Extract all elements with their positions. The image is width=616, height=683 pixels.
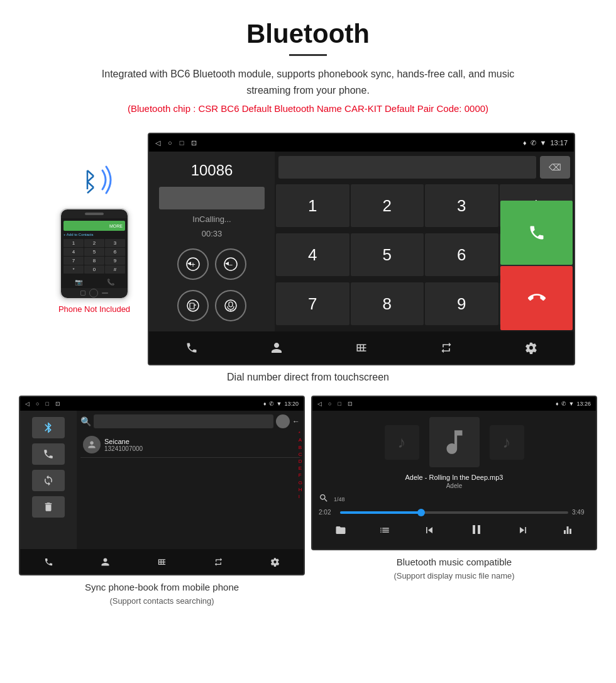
pb-delete-btn[interactable] bbox=[32, 496, 65, 518]
key-1[interactable]: 1 bbox=[276, 184, 349, 227]
status-right-icons: ♦ ✆ ▼ 13:17 bbox=[523, 139, 568, 147]
music-progress-fill bbox=[340, 511, 420, 514]
svg-line-2 bbox=[87, 176, 94, 182]
music-screenshot-block: ◁ ○ □ ⊡ ♦ ✆ ▼ 13:26 ♪ bbox=[311, 396, 597, 607]
dial-top-row: ⌫ bbox=[275, 152, 574, 183]
phonebook-caption: Sync phone-book from mobile phone (Suppo… bbox=[85, 580, 239, 607]
page-header: Bluetooth Integrated with BC6 Bluetooth … bbox=[0, 0, 616, 133]
alpha-a[interactable]: A bbox=[299, 436, 302, 443]
music-caption-sub: (Support display music file name) bbox=[393, 570, 514, 582]
alpha-h[interactable]: H bbox=[299, 486, 302, 493]
pb-phone-icon: ✆ bbox=[269, 401, 274, 407]
key-9[interactable]: 9 bbox=[425, 282, 498, 325]
phone-green-bar: MORE bbox=[63, 221, 125, 231]
phonebook-status-left: ◁ ○ □ ⊡ bbox=[25, 401, 60, 407]
music-track-artist: Adele bbox=[405, 482, 503, 489]
phonebook-caption-sub: (Support contacts searching) bbox=[85, 595, 239, 608]
music-eq-btn[interactable] bbox=[562, 525, 573, 539]
clock-display: 13:17 bbox=[550, 139, 568, 147]
phonebook-sidebar bbox=[20, 411, 77, 549]
key-4[interactable]: 4 bbox=[276, 233, 349, 276]
music-folder-btn[interactable] bbox=[335, 525, 346, 539]
alpha-g[interactable]: G bbox=[299, 479, 302, 486]
phonebook-status-bar: ◁ ○ □ ⊡ ♦ ✆ ▼ 13:20 bbox=[20, 397, 304, 411]
title-underline bbox=[289, 54, 327, 56]
pb-bottom-contacts[interactable] bbox=[96, 552, 114, 571]
bottom-settings-icon[interactable] bbox=[519, 335, 544, 360]
alpha-f[interactable]: F bbox=[299, 472, 302, 479]
end-call-button[interactable] bbox=[500, 266, 573, 330]
dial-bottom-bar bbox=[149, 331, 574, 364]
svg-line-1 bbox=[87, 170, 94, 176]
pb-bottom-dialpad[interactable] bbox=[152, 552, 171, 571]
svg-text:◄: ◄ bbox=[224, 260, 230, 267]
pb-bluetooth-btn[interactable] bbox=[32, 417, 65, 438]
phone-home-bar bbox=[61, 288, 128, 298]
music-album-row: ♪ ♪ bbox=[385, 417, 524, 467]
music-caption-main: Bluetooth music compatible bbox=[393, 555, 514, 570]
mu-time: 13:26 bbox=[576, 401, 591, 407]
pb-bottom-transfer[interactable] bbox=[209, 552, 228, 571]
key-5[interactable]: 5 bbox=[351, 233, 424, 276]
call-button[interactable] bbox=[500, 201, 573, 265]
pb-phone-btn[interactable] bbox=[32, 443, 65, 465]
mu-back-icon: ◁ bbox=[317, 401, 322, 407]
dial-content: 10086 InCalling... 00:33 + ◄ bbox=[149, 152, 574, 331]
pb-sync-btn[interactable] bbox=[32, 470, 65, 491]
dial-controls-2 bbox=[177, 290, 246, 321]
key-3[interactable]: 3 bbox=[425, 184, 498, 227]
alpha-d[interactable]: D bbox=[299, 458, 302, 465]
alpha-b[interactable]: B bbox=[299, 444, 302, 451]
music-position: 1/48 bbox=[334, 496, 345, 503]
alpha-c[interactable]: C bbox=[299, 451, 302, 458]
music-progress-bar[interactable] bbox=[340, 511, 568, 514]
svg-line-3 bbox=[87, 182, 94, 187]
volume-down-button[interactable]: − ◄ bbox=[215, 248, 246, 280]
pb-bottom-call[interactable] bbox=[39, 552, 58, 571]
phone-add-contacts: + Add to Contacts bbox=[63, 233, 125, 236]
music-play-btn[interactable] bbox=[469, 522, 484, 541]
music-album-art-main bbox=[429, 417, 480, 467]
pb-back-icon: ◁ bbox=[25, 401, 30, 407]
music-total-time: 3:49 bbox=[572, 509, 590, 516]
music-prev-btn[interactable] bbox=[423, 524, 436, 540]
pb-bottom-settings[interactable] bbox=[266, 552, 285, 571]
key-7[interactable]: 7 bbox=[276, 282, 349, 325]
phone-mockup: MORE + Add to Contacts 123 456 789 *0# 📷… bbox=[60, 208, 129, 299]
music-status-left: ◁ ○ □ ⊡ bbox=[317, 401, 353, 407]
key-8[interactable]: 8 bbox=[351, 282, 424, 325]
key-2[interactable]: 2 bbox=[351, 184, 424, 227]
bottom-call-icon[interactable] bbox=[179, 335, 204, 360]
pb-back-arrow[interactable]: ← bbox=[292, 417, 300, 426]
alpha-star[interactable]: * bbox=[299, 430, 302, 436]
mute-button[interactable] bbox=[215, 290, 246, 321]
contact-avatar bbox=[83, 436, 101, 453]
music-next-btn[interactable] bbox=[517, 524, 529, 540]
backspace-button[interactable]: ⌫ bbox=[540, 156, 570, 179]
music-search-button[interactable] bbox=[319, 493, 329, 505]
location-icon: ♦ bbox=[523, 139, 527, 147]
mu-wifi-icon: ▼ bbox=[569, 401, 575, 407]
phonebook-bottom-bar bbox=[20, 549, 304, 574]
music-seek-dot[interactable] bbox=[417, 509, 425, 516]
dial-screen: ◁ ○ □ ⊡ ♦ ✆ ▼ 13:17 10086 InCalling... 0… bbox=[148, 133, 575, 365]
bottom-dialpad-icon[interactable] bbox=[349, 335, 374, 360]
key-6[interactable]: 6 bbox=[425, 233, 498, 276]
music-list-btn[interactable] bbox=[379, 525, 390, 539]
bottom-contacts-icon[interactable] bbox=[264, 335, 289, 360]
dial-left-panel: 10086 InCalling... 00:33 + ◄ bbox=[149, 152, 275, 331]
contact-info: Seicane 13241007000 bbox=[104, 438, 143, 452]
bottom-transfer-icon[interactable] bbox=[434, 335, 459, 360]
transfer-button[interactable] bbox=[177, 290, 209, 321]
pb-loc-icon: ♦ bbox=[263, 401, 267, 407]
main-screen-section: MORE + Add to Contacts 123 456 789 *0# 📷… bbox=[0, 133, 616, 365]
pb-contact-item[interactable]: Seicane 13241007000 bbox=[80, 432, 300, 458]
pb-search-bar[interactable] bbox=[94, 414, 273, 428]
volume-up-button[interactable]: + ◄ bbox=[177, 248, 209, 280]
music-track-name: Adele - Rolling In the Deep.mp3 bbox=[405, 474, 503, 481]
dial-controls: + ◄ − ◄ bbox=[177, 248, 246, 280]
pb-wifi-icon: ▼ bbox=[277, 401, 282, 407]
alpha-i[interactable]: I bbox=[299, 493, 302, 500]
dial-input-field[interactable] bbox=[278, 156, 536, 179]
alpha-e[interactable]: E bbox=[299, 465, 302, 472]
